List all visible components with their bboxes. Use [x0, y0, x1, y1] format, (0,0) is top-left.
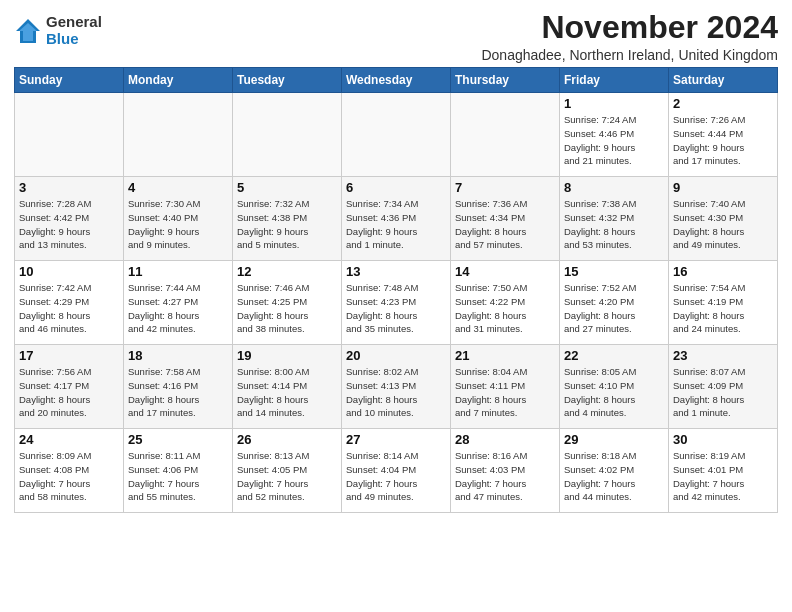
- day-cell: 15Sunrise: 7:52 AMSunset: 4:20 PMDayligh…: [560, 261, 669, 345]
- day-cell: 13Sunrise: 7:48 AMSunset: 4:23 PMDayligh…: [342, 261, 451, 345]
- day-cell: [124, 93, 233, 177]
- header: General Blue November 2024 Donaghadee, N…: [14, 10, 778, 63]
- day-info: Sunrise: 7:44 AMSunset: 4:27 PMDaylight:…: [128, 281, 228, 336]
- day-number: 2: [673, 96, 773, 111]
- day-number: 5: [237, 180, 337, 195]
- day-cell: [233, 93, 342, 177]
- day-cell: [15, 93, 124, 177]
- day-number: 1: [564, 96, 664, 111]
- col-tuesday: Tuesday: [233, 68, 342, 93]
- day-number: 13: [346, 264, 446, 279]
- day-info: Sunrise: 7:58 AMSunset: 4:16 PMDaylight:…: [128, 365, 228, 420]
- day-cell: 11Sunrise: 7:44 AMSunset: 4:27 PMDayligh…: [124, 261, 233, 345]
- day-info: Sunrise: 8:07 AMSunset: 4:09 PMDaylight:…: [673, 365, 773, 420]
- day-info: Sunrise: 8:11 AMSunset: 4:06 PMDaylight:…: [128, 449, 228, 504]
- day-number: 19: [237, 348, 337, 363]
- day-cell: [451, 93, 560, 177]
- day-number: 20: [346, 348, 446, 363]
- week-row-4: 17Sunrise: 7:56 AMSunset: 4:17 PMDayligh…: [15, 345, 778, 429]
- day-cell: [342, 93, 451, 177]
- month-title: November 2024: [481, 10, 778, 45]
- day-info: Sunrise: 8:16 AMSunset: 4:03 PMDaylight:…: [455, 449, 555, 504]
- day-info: Sunrise: 7:30 AMSunset: 4:40 PMDaylight:…: [128, 197, 228, 252]
- day-number: 10: [19, 264, 119, 279]
- day-cell: 23Sunrise: 8:07 AMSunset: 4:09 PMDayligh…: [669, 345, 778, 429]
- day-number: 3: [19, 180, 119, 195]
- day-cell: 27Sunrise: 8:14 AMSunset: 4:04 PMDayligh…: [342, 429, 451, 513]
- day-number: 11: [128, 264, 228, 279]
- logo-text: General Blue: [46, 14, 102, 47]
- day-info: Sunrise: 7:26 AMSunset: 4:44 PMDaylight:…: [673, 113, 773, 168]
- day-info: Sunrise: 7:32 AMSunset: 4:38 PMDaylight:…: [237, 197, 337, 252]
- day-cell: 14Sunrise: 7:50 AMSunset: 4:22 PMDayligh…: [451, 261, 560, 345]
- col-monday: Monday: [124, 68, 233, 93]
- day-cell: 22Sunrise: 8:05 AMSunset: 4:10 PMDayligh…: [560, 345, 669, 429]
- day-cell: 21Sunrise: 8:04 AMSunset: 4:11 PMDayligh…: [451, 345, 560, 429]
- logo-icon: [14, 17, 42, 45]
- col-friday: Friday: [560, 68, 669, 93]
- day-number: 29: [564, 432, 664, 447]
- col-sunday: Sunday: [15, 68, 124, 93]
- day-number: 28: [455, 432, 555, 447]
- day-number: 18: [128, 348, 228, 363]
- day-info: Sunrise: 7:40 AMSunset: 4:30 PMDaylight:…: [673, 197, 773, 252]
- week-row-1: 1Sunrise: 7:24 AMSunset: 4:46 PMDaylight…: [15, 93, 778, 177]
- day-number: 26: [237, 432, 337, 447]
- day-number: 8: [564, 180, 664, 195]
- day-info: Sunrise: 7:42 AMSunset: 4:29 PMDaylight:…: [19, 281, 119, 336]
- day-info: Sunrise: 7:34 AMSunset: 4:36 PMDaylight:…: [346, 197, 446, 252]
- day-number: 30: [673, 432, 773, 447]
- col-wednesday: Wednesday: [342, 68, 451, 93]
- day-number: 24: [19, 432, 119, 447]
- day-cell: 26Sunrise: 8:13 AMSunset: 4:05 PMDayligh…: [233, 429, 342, 513]
- day-cell: 28Sunrise: 8:16 AMSunset: 4:03 PMDayligh…: [451, 429, 560, 513]
- day-number: 27: [346, 432, 446, 447]
- day-info: Sunrise: 7:36 AMSunset: 4:34 PMDaylight:…: [455, 197, 555, 252]
- day-number: 7: [455, 180, 555, 195]
- day-number: 16: [673, 264, 773, 279]
- logo: General Blue: [14, 14, 102, 47]
- header-row: Sunday Monday Tuesday Wednesday Thursday…: [15, 68, 778, 93]
- title-block: November 2024 Donaghadee, Northern Irela…: [481, 10, 778, 63]
- logo-general: General: [46, 14, 102, 31]
- day-cell: 19Sunrise: 8:00 AMSunset: 4:14 PMDayligh…: [233, 345, 342, 429]
- day-number: 6: [346, 180, 446, 195]
- day-number: 15: [564, 264, 664, 279]
- week-row-3: 10Sunrise: 7:42 AMSunset: 4:29 PMDayligh…: [15, 261, 778, 345]
- day-cell: 3Sunrise: 7:28 AMSunset: 4:42 PMDaylight…: [15, 177, 124, 261]
- day-number: 23: [673, 348, 773, 363]
- day-number: 17: [19, 348, 119, 363]
- day-cell: 10Sunrise: 7:42 AMSunset: 4:29 PMDayligh…: [15, 261, 124, 345]
- day-info: Sunrise: 8:09 AMSunset: 4:08 PMDaylight:…: [19, 449, 119, 504]
- day-cell: 20Sunrise: 8:02 AMSunset: 4:13 PMDayligh…: [342, 345, 451, 429]
- day-cell: 24Sunrise: 8:09 AMSunset: 4:08 PMDayligh…: [15, 429, 124, 513]
- page: General Blue November 2024 Donaghadee, N…: [0, 0, 792, 523]
- day-cell: 16Sunrise: 7:54 AMSunset: 4:19 PMDayligh…: [669, 261, 778, 345]
- day-info: Sunrise: 8:13 AMSunset: 4:05 PMDaylight:…: [237, 449, 337, 504]
- day-number: 25: [128, 432, 228, 447]
- day-info: Sunrise: 7:50 AMSunset: 4:22 PMDaylight:…: [455, 281, 555, 336]
- day-cell: 2Sunrise: 7:26 AMSunset: 4:44 PMDaylight…: [669, 93, 778, 177]
- day-info: Sunrise: 7:28 AMSunset: 4:42 PMDaylight:…: [19, 197, 119, 252]
- day-number: 9: [673, 180, 773, 195]
- day-cell: 4Sunrise: 7:30 AMSunset: 4:40 PMDaylight…: [124, 177, 233, 261]
- day-cell: 17Sunrise: 7:56 AMSunset: 4:17 PMDayligh…: [15, 345, 124, 429]
- day-number: 4: [128, 180, 228, 195]
- day-info: Sunrise: 8:14 AMSunset: 4:04 PMDaylight:…: [346, 449, 446, 504]
- day-info: Sunrise: 8:05 AMSunset: 4:10 PMDaylight:…: [564, 365, 664, 420]
- day-cell: 1Sunrise: 7:24 AMSunset: 4:46 PMDaylight…: [560, 93, 669, 177]
- week-row-5: 24Sunrise: 8:09 AMSunset: 4:08 PMDayligh…: [15, 429, 778, 513]
- day-number: 22: [564, 348, 664, 363]
- day-number: 21: [455, 348, 555, 363]
- day-info: Sunrise: 8:04 AMSunset: 4:11 PMDaylight:…: [455, 365, 555, 420]
- day-cell: 29Sunrise: 8:18 AMSunset: 4:02 PMDayligh…: [560, 429, 669, 513]
- col-thursday: Thursday: [451, 68, 560, 93]
- day-info: Sunrise: 7:46 AMSunset: 4:25 PMDaylight:…: [237, 281, 337, 336]
- logo-blue: Blue: [46, 31, 102, 48]
- day-info: Sunrise: 7:56 AMSunset: 4:17 PMDaylight:…: [19, 365, 119, 420]
- day-info: Sunrise: 7:52 AMSunset: 4:20 PMDaylight:…: [564, 281, 664, 336]
- day-cell: 5Sunrise: 7:32 AMSunset: 4:38 PMDaylight…: [233, 177, 342, 261]
- day-cell: 8Sunrise: 7:38 AMSunset: 4:32 PMDaylight…: [560, 177, 669, 261]
- day-cell: 25Sunrise: 8:11 AMSunset: 4:06 PMDayligh…: [124, 429, 233, 513]
- col-saturday: Saturday: [669, 68, 778, 93]
